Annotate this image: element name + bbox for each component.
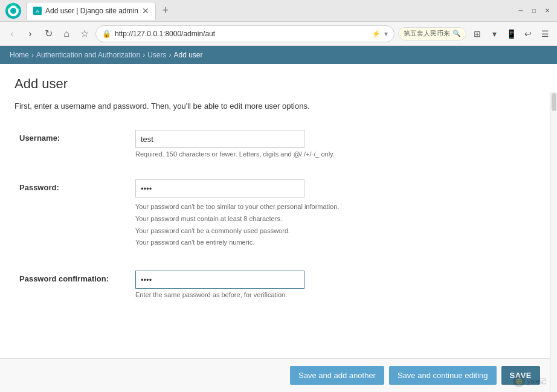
history-back-icon[interactable]: ↩: [521, 27, 535, 41]
password-field: Your password can't be too similar to yo…: [135, 179, 545, 249]
home-button[interactable]: ⌂: [59, 27, 74, 41]
page-description: First, enter a username and password. Th…: [14, 101, 545, 111]
tab-close-icon[interactable]: ✕: [142, 6, 149, 16]
main-content: Add user First, enter a username and pas…: [0, 64, 557, 327]
password-input[interactable]: [135, 179, 304, 198]
password-confirm-label: Password confirmation:: [14, 271, 135, 283]
breadcrumb-home[interactable]: Home: [10, 51, 29, 59]
breadcrumb-users[interactable]: Users: [147, 51, 166, 59]
watermark-text: yale记: [527, 377, 546, 386]
username-row: Username: Required. 150 characters or fe…: [14, 125, 545, 162]
svg-point-2: [10, 8, 16, 14]
submit-row: Save and add another Save and continue e…: [0, 358, 550, 392]
url-text: http://127.0.0.1:8000/admin/aut: [115, 30, 368, 38]
back-button[interactable]: ‹: [5, 27, 19, 41]
watermark-icon: 😊: [513, 375, 525, 387]
password-hint-4: Your password can't be entirely numeric.: [135, 237, 545, 249]
password-confirm-input[interactable]: [135, 271, 304, 289]
dropdown-icon[interactable]: ▾: [384, 30, 388, 38]
username-help: Required. 150 characters or fewer. Lette…: [135, 150, 377, 158]
toolbar-icons: ⊞ ▾ 📱 ↩ ☰: [470, 27, 552, 41]
password-confirm-field: Enter the same password as before, for v…: [135, 271, 545, 298]
password-hint-2: Your password must contain at least 8 ch…: [135, 213, 545, 225]
more-icon[interactable]: ▾: [487, 27, 501, 41]
breadcrumb-bar: Home › Authentication and Authorization …: [0, 46, 557, 64]
refresh-button[interactable]: ↻: [41, 27, 56, 41]
grid-icon[interactable]: ⊞: [470, 27, 485, 41]
password-hint-3: Your password can't be a commonly used p…: [135, 225, 545, 237]
username-input[interactable]: [135, 130, 304, 148]
security-icon: 🔒: [102, 30, 111, 38]
save-and-add-button[interactable]: Save and add another: [290, 366, 384, 385]
password-hints: Your password can't be too similar to yo…: [135, 201, 545, 249]
browser-toolbar: ‹ › ↻ ⌂ ☆ 🔒 http://127.0.0.1:8000/admin/…: [0, 22, 557, 46]
close-button[interactable]: ✕: [543, 6, 552, 16]
breadcrumb-current: Add user: [173, 51, 202, 59]
save-and-continue-button[interactable]: Save and continue editing: [389, 366, 497, 385]
bookmark-button[interactable]: ☆: [77, 27, 92, 41]
minimize-button[interactable]: ─: [516, 6, 526, 16]
scroll-thumb[interactable]: [552, 93, 556, 111]
username-label: Username:: [14, 130, 135, 143]
maximize-button[interactable]: □: [529, 6, 539, 16]
extension-label: 第五套人民币来: [404, 29, 450, 38]
password-confirm-help: Enter the same password as before, for v…: [135, 291, 377, 298]
breadcrumb-sep-2: ›: [143, 51, 145, 59]
menu-icon[interactable]: ☰: [538, 27, 552, 41]
title-bar: A Add user | Django site admin ✕ + ─ □ ✕: [0, 0, 557, 22]
watermark: 😊 yale记: [513, 375, 546, 387]
breadcrumb-sep-1: ›: [31, 51, 34, 59]
page-title: Add user: [14, 76, 545, 92]
window-controls: ─ □ ✕: [516, 6, 552, 16]
tab-title: Add user | Django site admin: [45, 7, 138, 15]
password-hint-1: Your password can't be too similar to yo…: [135, 201, 545, 213]
svg-text:A: A: [36, 8, 39, 14]
address-bar[interactable]: 🔒 http://127.0.0.1:8000/admin/aut ⚡ ▾: [95, 25, 394, 42]
phone-icon[interactable]: 📱: [504, 27, 518, 41]
forward-button[interactable]: ›: [23, 27, 37, 41]
username-field: Required. 150 characters or fewer. Lette…: [135, 130, 545, 158]
scrollbar[interactable]: [550, 92, 557, 392]
password-confirm-row: Password confirmation: Enter the same pa…: [14, 266, 545, 303]
extension-area: 第五套人民币来 🔍: [398, 27, 466, 40]
active-tab[interactable]: A Add user | Django site admin ✕: [27, 2, 156, 20]
new-tab-button[interactable]: +: [158, 4, 173, 18]
lightning-icon: ⚡: [372, 30, 381, 38]
content-wrapper: Home › Authentication and Authorization …: [0, 46, 557, 392]
breadcrumb-sep-3: ›: [169, 51, 171, 59]
add-user-form: Username: Required. 150 characters or fe…: [14, 125, 545, 303]
tab-favicon: A: [33, 7, 42, 15]
browser-frame: A Add user | Django site admin ✕ + ─ □ ✕…: [0, 0, 557, 392]
password-row: Password: Your password can't be too sim…: [14, 175, 545, 254]
breadcrumb-auth[interactable]: Authentication and Authorization: [36, 51, 140, 59]
extension-search-icon: 🔍: [452, 30, 461, 37]
password-label: Password:: [14, 179, 135, 192]
browser-logo: [5, 2, 22, 19]
